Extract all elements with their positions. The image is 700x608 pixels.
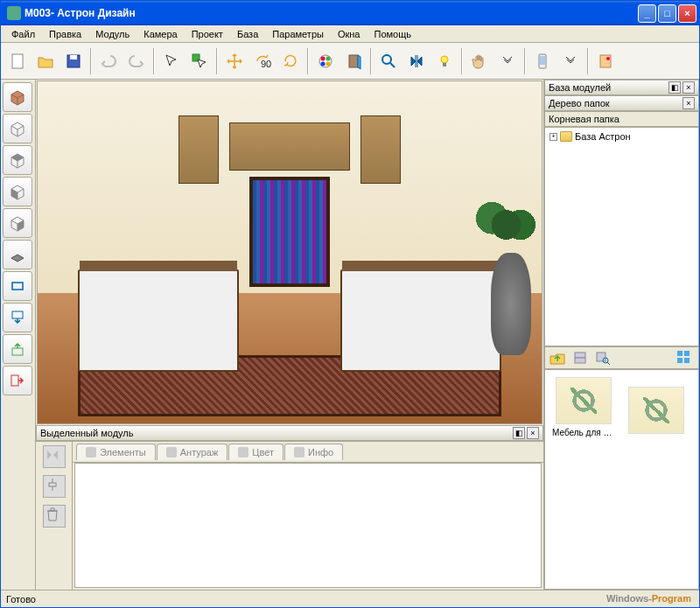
separator (587, 48, 589, 74)
hand-button[interactable] (466, 48, 493, 74)
undo-button[interactable] (95, 48, 122, 74)
folder-icon (560, 131, 572, 142)
svg-rect-24 (575, 353, 585, 358)
mirror-icon[interactable] (43, 445, 66, 468)
folder-tree[interactable]: + База Астрон (544, 127, 699, 346)
svg-rect-30 (677, 358, 682, 363)
server-button[interactable] (570, 348, 591, 367)
cube-solid-button[interactable] (3, 82, 32, 112)
menu-edit[interactable]: Правка (43, 27, 88, 41)
bottom-panel: Элементы Антураж Цвет Инфо (36, 441, 543, 590)
view-mode-button[interactable] (672, 348, 696, 367)
trash-icon[interactable] (43, 505, 66, 528)
close-button[interactable]: × (678, 4, 696, 23)
selected-module-title: Выделенный модуль (40, 428, 133, 438)
svg-rect-20 (12, 348, 23, 355)
folder-tree-header: Дерево папок × (544, 95, 699, 111)
svg-rect-2 (70, 55, 77, 59)
menu-base[interactable]: База (231, 27, 264, 41)
panel-close-button[interactable]: × (682, 97, 695, 109)
more-button[interactable] (494, 48, 521, 74)
module-base-header: База модулей ◧ × (544, 80, 699, 95)
svg-rect-29 (684, 351, 690, 356)
mobile-button[interactable] (529, 48, 556, 74)
cube-iso-button[interactable] (3, 208, 32, 238)
tab-elements[interactable]: Элементы (76, 444, 156, 460)
more-button-2[interactable] (557, 48, 584, 74)
thumbs-panel[interactable]: Мебель для д... (544, 369, 699, 591)
light-button[interactable] (431, 48, 458, 74)
folder-tree-title: Дерево папок (549, 98, 610, 108)
menu-camera[interactable]: Камера (137, 27, 183, 41)
multi-select-button[interactable] (186, 48, 213, 74)
panel-close-button[interactable]: × (527, 427, 539, 439)
tab-content (74, 463, 542, 588)
export-button[interactable] (592, 48, 619, 74)
mirror-button[interactable] (403, 48, 430, 74)
separator (461, 48, 463, 74)
bottom-side-tools (36, 442, 73, 590)
menu-windows[interactable]: Окна (332, 27, 367, 41)
open-button[interactable] (32, 48, 59, 74)
svg-point-8 (321, 61, 326, 66)
down-button[interactable] (3, 303, 32, 332)
up-folder-button[interactable] (547, 348, 568, 367)
folder-thumb-icon (628, 387, 684, 434)
svg-rect-10 (349, 55, 358, 67)
separator (307, 48, 309, 74)
rotate-90-button[interactable]: 90° (249, 48, 276, 74)
thumb-item[interactable]: Мебель для д... (552, 377, 615, 437)
main-area: Выделенный модуль ◧ × Элементы Антураж Ц… (1, 80, 699, 590)
color-wheel-button[interactable] (312, 48, 339, 74)
menu-module[interactable]: Модуль (89, 27, 136, 41)
search-server-button[interactable] (592, 348, 613, 367)
tree-item[interactable]: + База Астрон (548, 130, 696, 143)
expand-icon[interactable]: + (550, 133, 557, 141)
slider-icon[interactable] (43, 475, 66, 498)
bottom-tabs: Элементы Антураж Цвет Инфо (73, 442, 543, 463)
menu-file[interactable]: Файл (5, 27, 41, 41)
door-button[interactable] (340, 48, 367, 74)
separator (524, 48, 526, 74)
zoom-button[interactable] (375, 48, 402, 74)
svg-point-17 (606, 57, 610, 60)
right-sidebar: База модулей ◧ × Дерево папок × Корневая… (543, 80, 699, 590)
status-text: Готово (6, 594, 36, 605)
panel-pin-button[interactable]: ◧ (513, 427, 525, 439)
rect-button[interactable] (3, 271, 32, 301)
panel-pin-button[interactable]: ◧ (668, 81, 681, 94)
select-button[interactable] (158, 48, 185, 74)
menu-help[interactable]: Помощь (368, 27, 417, 41)
viewport-3d[interactable] (37, 80, 542, 424)
cube-top-button[interactable] (3, 145, 32, 175)
right-button[interactable] (3, 366, 32, 395)
svg-rect-19 (12, 311, 23, 318)
redo-button[interactable] (123, 48, 150, 74)
maximize-button[interactable]: □ (658, 4, 676, 23)
selected-module-header: Выделенный модуль ◧ × (36, 425, 543, 441)
up-button[interactable] (3, 334, 32, 364)
tab-info[interactable]: Инфо (284, 444, 343, 460)
save-button[interactable] (60, 48, 87, 74)
tab-entourage[interactable]: Антураж (157, 444, 228, 460)
panel-close-button[interactable]: × (682, 81, 695, 94)
svg-rect-23 (49, 483, 56, 486)
svg-rect-18 (12, 283, 23, 290)
room-scene (38, 81, 542, 423)
move-button[interactable] (221, 48, 248, 74)
tab-color[interactable]: Цвет (228, 444, 284, 460)
minimize-button[interactable]: _ (638, 4, 656, 23)
cube-front-button[interactable] (3, 177, 32, 206)
menu-project[interactable]: Проект (186, 27, 229, 41)
new-button[interactable] (4, 48, 31, 74)
menu-params[interactable]: Параметры (266, 27, 330, 41)
thumb-item[interactable] (625, 387, 688, 437)
titlebar: M003- Астрон Дизайн _ □ × (1, 1, 699, 25)
svg-rect-16 (600, 55, 611, 67)
rotate-button[interactable] (277, 48, 304, 74)
svg-rect-15 (540, 56, 545, 65)
cube-wire-button[interactable] (3, 114, 32, 143)
center-column: Выделенный модуль ◧ × Элементы Антураж Ц… (36, 80, 543, 590)
svg-point-6 (321, 56, 326, 60)
plane-button[interactable] (3, 240, 32, 269)
